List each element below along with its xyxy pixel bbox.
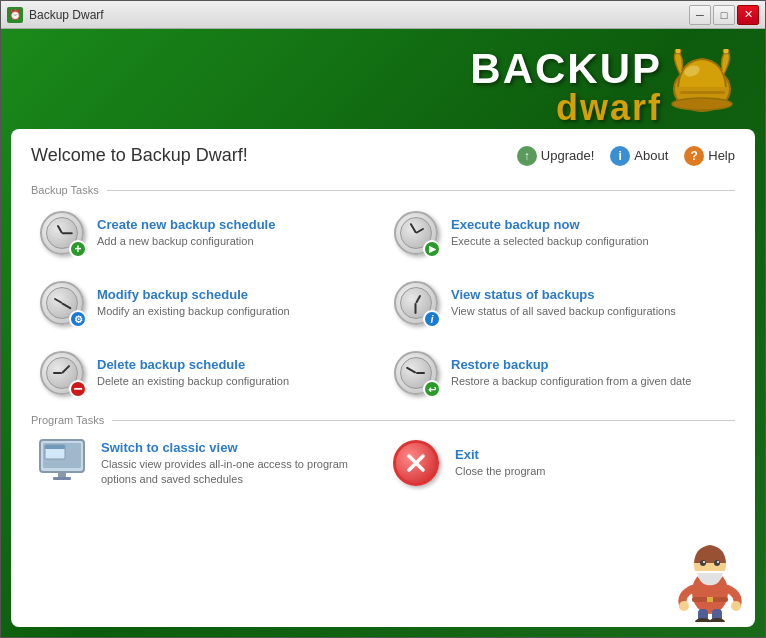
program-tasks-grid: Switch to classic view Classic view prov… [31, 430, 735, 496]
upgrade-button[interactable]: ↑ Upgrade! [517, 146, 594, 166]
main-content: BACKUP dwarf [1, 29, 765, 637]
restore-backup-desc: Restore a backup configuration from a gi… [451, 374, 729, 388]
application-window: ⏰ Backup Dwarf ─ □ ✕ BACKUP dwarf [0, 0, 766, 638]
helmet-icon [670, 49, 735, 124]
upgrade-icon: ↑ [517, 146, 537, 166]
logo-backup: BACKUP [470, 48, 662, 90]
create-backup-desc: Add a new backup configuration [97, 234, 375, 248]
help-label: Help [708, 148, 735, 163]
about-label: About [634, 148, 668, 163]
panel-header: Welcome to Backup Dwarf! ↑ Upgrade! i Ab… [31, 145, 735, 174]
backup-tasks-grid: + Create new backup schedule Add a new b… [31, 200, 735, 406]
svg-point-19 [717, 561, 719, 563]
exit-title: Exit [455, 447, 729, 462]
classic-view-text: Switch to classic view Classic view prov… [101, 440, 375, 486]
window-controls: ─ □ ✕ [689, 5, 759, 25]
panel-title: Welcome to Backup Dwarf! [31, 145, 517, 166]
classic-view-icon-wrapper [37, 438, 91, 488]
main-panel: Welcome to Backup Dwarf! ↑ Upgrade! i Ab… [11, 129, 755, 627]
modify-backup-task[interactable]: ⚙ Modify backup schedule Modify an exist… [31, 270, 381, 336]
svg-point-17 [714, 560, 720, 566]
svg-rect-11 [53, 477, 71, 480]
svg-rect-4 [680, 91, 725, 94]
delete-backup-task[interactable]: − Delete backup schedule Delete an exist… [31, 340, 381, 406]
view-status-task[interactable]: i View status of backups View status of … [385, 270, 735, 336]
execute-backup-desc: Execute a selected backup configuration [451, 234, 729, 248]
execute-badge: ▶ [423, 240, 441, 258]
svg-point-16 [700, 560, 706, 566]
exit-icon-wrapper [391, 438, 445, 488]
execute-backup-icon-wrapper: ▶ [391, 208, 441, 258]
minimize-button[interactable]: ─ [689, 5, 711, 25]
upgrade-label: Upgrade! [541, 148, 594, 163]
delete-backup-text: Delete backup schedule Delete an existin… [97, 357, 375, 388]
view-badge: i [423, 310, 441, 328]
create-backup-icon-wrapper: + [37, 208, 87, 258]
exit-icon [393, 440, 439, 486]
logo-dwarf: dwarf [470, 90, 662, 126]
classic-view-task[interactable]: Switch to classic view Classic view prov… [31, 430, 381, 496]
exit-desc: Close the program [455, 464, 729, 478]
about-button[interactable]: i About [610, 146, 668, 166]
window-title: Backup Dwarf [29, 8, 689, 22]
program-tasks-section-label: Program Tasks [31, 414, 735, 426]
delete-backup-title: Delete backup schedule [97, 357, 375, 372]
help-button[interactable]: ? Help [684, 146, 735, 166]
restore-backup-task[interactable]: ↩ Restore backup Restore a backup config… [385, 340, 735, 406]
modify-backup-icon-wrapper: ⚙ [37, 278, 87, 328]
svg-point-2 [723, 49, 729, 54]
create-badge: + [69, 240, 87, 258]
view-status-title: View status of backups [451, 287, 729, 302]
svg-rect-27 [707, 597, 713, 602]
titlebar: ⏰ Backup Dwarf ─ □ ✕ [1, 1, 765, 29]
logo-text: BACKUP dwarf [470, 48, 662, 126]
delete-badge: − [69, 380, 87, 398]
delete-backup-icon-wrapper: − [37, 348, 87, 398]
create-backup-task[interactable]: + Create new backup schedule Add a new b… [31, 200, 381, 266]
restore-backup-text: Restore backup Restore a backup configur… [451, 357, 729, 388]
svg-rect-10 [58, 472, 66, 477]
logo-area: BACKUP dwarf [11, 39, 755, 129]
delete-backup-desc: Delete an existing backup configuration [97, 374, 375, 388]
execute-backup-task[interactable]: ▶ Execute backup now Execute a selected … [385, 200, 735, 266]
modify-backup-desc: Modify an existing backup configuration [97, 304, 375, 318]
classic-view-title: Switch to classic view [101, 440, 375, 455]
exit-text: Exit Close the program [455, 447, 729, 478]
app-icon: ⏰ [7, 7, 23, 23]
svg-point-3 [672, 98, 732, 110]
view-status-desc: View status of all saved backup configur… [451, 304, 729, 318]
execute-backup-title: Execute backup now [451, 217, 729, 232]
modify-badge: ⚙ [69, 310, 87, 328]
svg-rect-9 [45, 445, 65, 449]
panel-nav: ↑ Upgrade! i About ? Help [517, 146, 735, 166]
close-button[interactable]: ✕ [737, 5, 759, 25]
svg-point-25 [731, 601, 741, 611]
create-backup-title: Create new backup schedule [97, 217, 375, 232]
svg-point-1 [675, 49, 681, 54]
modify-backup-text: Modify backup schedule Modify an existin… [97, 287, 375, 318]
mascot [675, 537, 745, 617]
view-status-text: View status of backups View status of al… [451, 287, 729, 318]
restore-badge: ↩ [423, 380, 441, 398]
classic-view-desc: Classic view provides all-in-one access … [101, 457, 375, 486]
svg-point-18 [703, 561, 705, 563]
restore-backup-title: Restore backup [451, 357, 729, 372]
exit-task[interactable]: Exit Close the program [385, 430, 735, 496]
svg-point-24 [679, 601, 689, 611]
backup-tasks-section-label: Backup Tasks [31, 184, 735, 196]
create-backup-text: Create new backup schedule Add a new bac… [97, 217, 375, 248]
view-status-icon-wrapper: i [391, 278, 441, 328]
modify-backup-title: Modify backup schedule [97, 287, 375, 302]
watermark: DownloadSoft.net [1, 613, 765, 629]
restore-backup-icon-wrapper: ↩ [391, 348, 441, 398]
about-icon: i [610, 146, 630, 166]
help-icon: ? [684, 146, 704, 166]
execute-backup-text: Execute backup now Execute a selected ba… [451, 217, 729, 248]
maximize-button[interactable]: □ [713, 5, 735, 25]
monitor-icon [37, 438, 91, 488]
